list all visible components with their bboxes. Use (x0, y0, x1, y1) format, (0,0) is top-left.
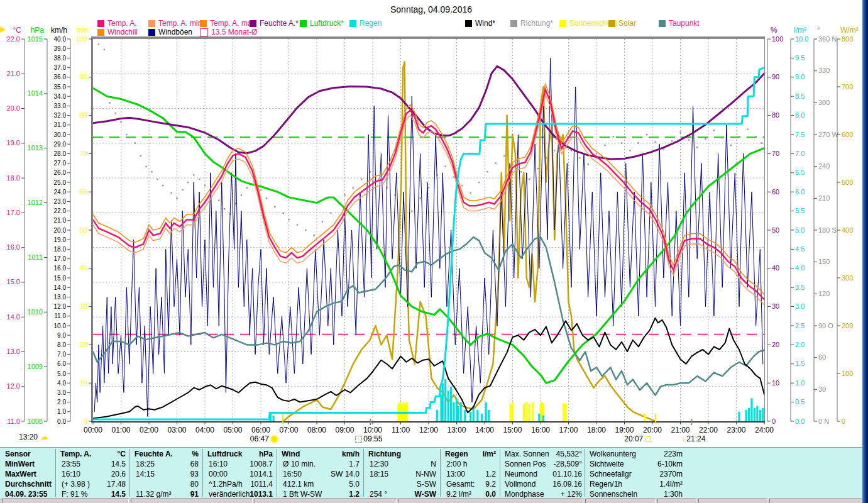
svg-text:100: 100 (76, 35, 87, 43)
svg-text:16.0: 16.0 (54, 265, 67, 272)
stat-value: S-SW (417, 480, 436, 489)
svg-text:10: 10 (772, 379, 779, 387)
info-label: Max. Sonnen (505, 450, 549, 458)
svg-text:100: 100 (772, 35, 783, 43)
svg-text:35.0: 35.0 (54, 84, 67, 91)
svg-text:18.0: 18.0 (54, 246, 67, 253)
column-separator (202, 449, 203, 497)
row-label: MinWert (5, 460, 35, 468)
stat-label: 16:10 (62, 470, 80, 478)
info-value: 1:30h (664, 490, 683, 499)
svg-text:09:00: 09:00 (335, 426, 354, 434)
info-value: 1.4l/m² (659, 480, 683, 489)
svg-text:0.0: 0.0 (795, 417, 805, 425)
svg-text:7.0: 7.0 (57, 351, 66, 358)
sunset-annotation: 20:07 (624, 434, 651, 443)
svg-text:14.0: 14.0 (7, 313, 20, 321)
svg-text:9.0: 9.0 (57, 332, 66, 339)
svg-text:18.0: 18.0 (7, 174, 20, 182)
column-separator (585, 449, 585, 497)
sunrise-annotation: 06:47 (250, 434, 277, 443)
stat-label: 23:55 (62, 460, 80, 468)
svg-text:14.0: 14.0 (54, 284, 67, 291)
cloud-icon: ☁ (40, 432, 48, 441)
info-label: Neumond (505, 470, 537, 478)
svg-text:21:00: 21:00 (671, 426, 689, 434)
moon-down-icon: ↓ (681, 434, 685, 443)
info-value: + 12% (561, 490, 582, 499)
svg-text:9.5: 9.5 (795, 54, 805, 62)
column-header: Temp. A. (60, 450, 91, 458)
svg-text:24:00: 24:00 (755, 426, 774, 434)
axis-min: 1009080706050403020100min (76, 26, 92, 425)
svg-text:1.0: 1.0 (57, 408, 66, 415)
svg-text:0 N: 0 N (818, 417, 829, 425)
svg-text:3.5: 3.5 (795, 284, 805, 291)
svg-text:90: 90 (772, 73, 779, 80)
info-label: Vollmond (505, 480, 536, 489)
svg-text:0: 0 (842, 417, 845, 425)
svg-text:1.5: 1.5 (795, 360, 805, 367)
stat-label: 9.2 l/m² (446, 490, 471, 499)
stat-label: veränderlich↑ (209, 490, 253, 499)
sunset-square-icon (646, 436, 651, 442)
column-separator (440, 449, 441, 497)
stat-label: 412.1 km (283, 480, 314, 489)
stat-label: 16:10 (209, 460, 228, 468)
info-label: Sonnen Pos (505, 460, 546, 468)
info-value: 6-10km (657, 460, 683, 468)
svg-text:19.0: 19.0 (7, 139, 20, 146)
svg-text:270 W: 270 W (818, 131, 838, 138)
svg-text:0: 0 (772, 417, 776, 425)
svg-text:10.0: 10.0 (795, 35, 808, 43)
stat-label: 11.32 g/m³ (136, 490, 171, 499)
svg-text:40: 40 (80, 264, 87, 272)
svg-text:40: 40 (772, 264, 779, 272)
svg-text:1011: 1011 (28, 253, 43, 261)
svg-text:12.0: 12.0 (54, 303, 67, 310)
stat-value: 93 (190, 470, 199, 478)
svg-text:6.5: 6.5 (795, 169, 805, 176)
info-value: -28,509° (554, 460, 583, 468)
svg-text:70: 70 (772, 150, 779, 157)
svg-text:2.5: 2.5 (795, 322, 805, 329)
svg-text:31.0: 31.0 (54, 121, 67, 128)
svg-text:6.0: 6.0 (57, 360, 66, 367)
svg-text:200: 200 (842, 322, 853, 329)
svg-text:1008: 1008 (28, 417, 43, 425)
svg-text:36.0: 36.0 (54, 74, 67, 80)
status-segment (398, 499, 583, 503)
svg-text:23.0: 23.0 (54, 198, 67, 205)
stat-value: SW 14.0 (331, 470, 360, 478)
svg-text:120: 120 (818, 290, 830, 297)
svg-text:60: 60 (818, 353, 826, 361)
svg-text:1009: 1009 (28, 363, 43, 370)
stat-value: 91 (190, 490, 199, 499)
column-unit: °C (118, 450, 126, 458)
info-label: Schneefallgr (590, 470, 632, 478)
svg-text:4.0: 4.0 (795, 264, 805, 272)
info-value: 2370m (659, 470, 683, 478)
stat-value: 1008.7 (250, 460, 273, 468)
status-bar (0, 498, 862, 503)
svg-text:1015: 1015 (28, 35, 43, 43)
svg-text:34.0: 34.0 (54, 93, 67, 100)
svg-text:20: 20 (80, 341, 87, 348)
svg-text:4.5: 4.5 (795, 245, 805, 253)
stat-value: 1.2 (485, 470, 496, 478)
svg-text:0.0: 0.0 (57, 418, 66, 425)
svg-text:1013: 1013 (28, 144, 43, 152)
svg-text:02:00: 02:00 (140, 426, 158, 434)
stat-value: N-NW (415, 470, 436, 478)
stat-value: 9.2 (485, 480, 496, 489)
desktop-edge (862, 0, 868, 503)
svg-text:800: 800 (842, 35, 853, 43)
svg-text:1014: 1014 (28, 89, 43, 97)
svg-text:5.0: 5.0 (57, 370, 66, 377)
status-segment (2, 499, 129, 503)
svg-text:12.0: 12.0 (7, 382, 20, 390)
svg-text:18:00: 18:00 (587, 426, 606, 434)
status-segment (769, 499, 868, 503)
series-sonnenschein (397, 402, 646, 421)
svg-text:90 O: 90 O (818, 322, 833, 329)
